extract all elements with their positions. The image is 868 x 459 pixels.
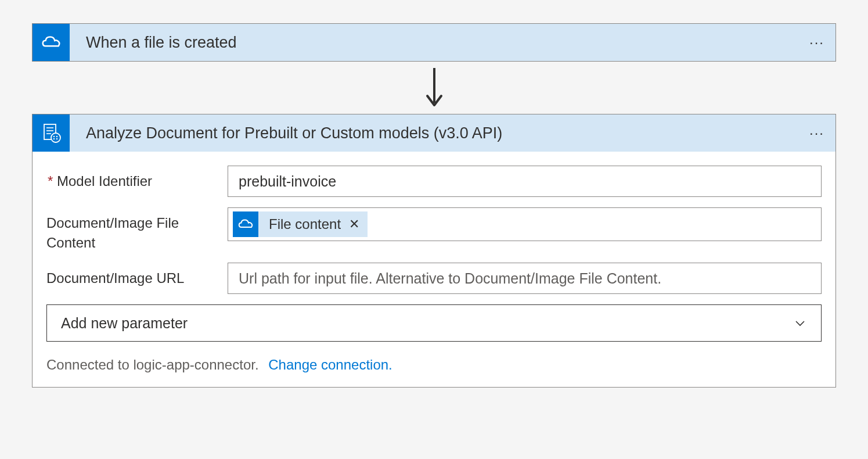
svg-point-5 bbox=[51, 133, 60, 142]
connection-info: Connected to logic-app-connector. Change… bbox=[46, 357, 822, 373]
label-text: Document/Image File Content bbox=[46, 215, 179, 250]
svg-point-8 bbox=[53, 138, 55, 139]
field-row-model-identifier: * Model Identifier bbox=[46, 166, 822, 197]
onedrive-icon bbox=[233, 211, 258, 237]
field-row-url: Document/Image URL bbox=[46, 263, 822, 294]
trigger-title: When a file is created bbox=[70, 34, 798, 52]
model-identifier-input[interactable] bbox=[239, 173, 811, 190]
more-icon[interactable]: ··· bbox=[798, 114, 835, 152]
trigger-header[interactable]: When a file is created ··· bbox=[33, 24, 835, 61]
url-input-wrapper[interactable] bbox=[228, 263, 822, 294]
connection-text: Connected to logic-app-connector. bbox=[46, 357, 259, 372]
add-parameter-label: Add new parameter bbox=[61, 315, 188, 332]
flow-arrow-connector bbox=[32, 62, 836, 114]
action-header[interactable]: Analyze Document for Prebuilt or Custom … bbox=[33, 114, 835, 152]
close-icon[interactable]: ✕ bbox=[349, 217, 368, 232]
onedrive-icon bbox=[33, 24, 70, 61]
change-connection-link[interactable]: Change connection. bbox=[268, 357, 392, 372]
dynamic-content-token[interactable]: File content ✕ bbox=[233, 211, 368, 237]
action-body: * Model Identifier Document/Image File C… bbox=[33, 152, 835, 387]
form-recognizer-icon bbox=[33, 114, 70, 152]
file-content-input-wrapper[interactable]: File content ✕ bbox=[228, 207, 822, 241]
svg-point-7 bbox=[56, 136, 57, 137]
url-input[interactable] bbox=[239, 270, 811, 287]
required-mark: * bbox=[48, 173, 53, 189]
label-text: Model Identifier bbox=[57, 173, 152, 189]
field-row-file-content: Document/Image File Content File content… bbox=[46, 207, 822, 252]
field-label: * Model Identifier bbox=[46, 166, 228, 191]
model-identifier-input-wrapper[interactable] bbox=[228, 166, 822, 197]
label-text: Document/Image URL bbox=[46, 270, 184, 286]
trigger-card: When a file is created ··· bbox=[32, 23, 836, 62]
svg-point-6 bbox=[53, 136, 55, 137]
token-label: File content bbox=[258, 216, 349, 232]
arrow-down-icon bbox=[423, 64, 446, 111]
chevron-down-icon bbox=[793, 316, 807, 330]
action-title: Analyze Document for Prebuilt or Custom … bbox=[70, 124, 798, 142]
svg-point-9 bbox=[56, 138, 57, 139]
more-icon[interactable]: ··· bbox=[798, 24, 835, 61]
add-parameter-dropdown[interactable]: Add new parameter bbox=[46, 304, 822, 342]
action-card: Analyze Document for Prebuilt or Custom … bbox=[32, 114, 836, 388]
field-label: Document/Image URL bbox=[46, 263, 228, 288]
field-label: Document/Image File Content bbox=[46, 207, 228, 252]
